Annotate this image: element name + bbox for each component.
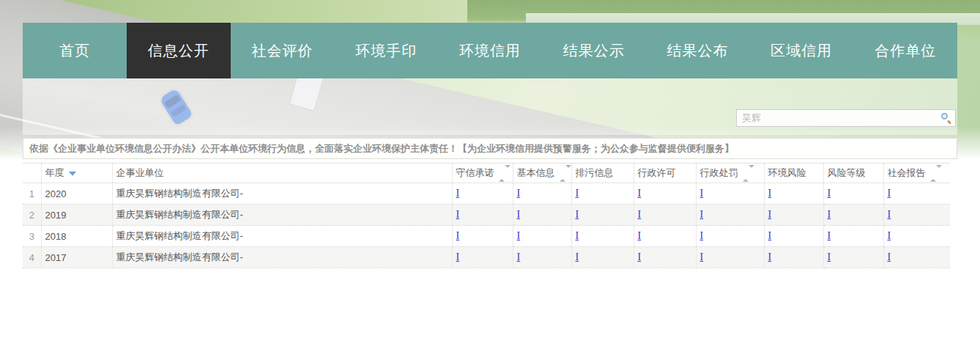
info-link[interactable]: I — [768, 251, 772, 262]
info-link[interactable]: I — [576, 251, 579, 262]
info-link[interactable]: I — [456, 209, 460, 220]
info-cell: I — [823, 226, 883, 247]
info-cell: I — [513, 247, 571, 268]
search-input[interactable] — [737, 111, 940, 125]
info-link[interactable]: I — [700, 188, 704, 199]
info-link[interactable]: I — [638, 230, 642, 241]
nav-item-4[interactable]: 环境信用 — [438, 23, 542, 78]
company-cell: 重庆昊辉钢结构制造有限公司- — [112, 205, 452, 226]
info-link[interactable]: I — [828, 230, 831, 241]
info-cell: I — [452, 226, 513, 247]
search-box — [736, 109, 956, 127]
info-link[interactable]: I — [888, 188, 891, 199]
company-cell: 重庆昊辉钢结构制造有限公司- — [112, 247, 452, 268]
company-cell: 重庆昊辉钢结构制造有限公司- — [112, 226, 452, 247]
info-link[interactable]: I — [828, 209, 831, 220]
info-cell: I — [696, 247, 764, 268]
column-header[interactable]: 行政处罚 — [696, 163, 764, 183]
notice-text: 依据《企业事业单位环境信息公开办法》公开本单位环境行为信息，全面落实企业环境保护… — [23, 138, 957, 159]
info-link[interactable]: I — [700, 230, 704, 241]
info-cell: I — [823, 183, 883, 205]
column-header: 行政许可 — [634, 163, 696, 183]
info-link[interactable]: I — [456, 251, 460, 262]
nav-item-6[interactable]: 结果公布 — [646, 23, 750, 78]
info-cell: I — [764, 226, 823, 247]
info-link[interactable]: I — [700, 209, 704, 220]
info-cell: I — [513, 226, 571, 247]
column-header[interactable]: 年度 — [41, 163, 112, 183]
info-link[interactable]: I — [638, 188, 642, 199]
info-link[interactable]: I — [888, 230, 891, 241]
info-link[interactable]: I — [576, 209, 579, 220]
info-cell: I — [634, 226, 696, 247]
sort-icon — [743, 168, 754, 179]
info-link[interactable]: I — [517, 251, 521, 262]
info-cell: I — [571, 226, 634, 247]
table-row: 32018重庆昊辉钢结构制造有限公司-IIIIIIII — [23, 226, 950, 247]
table-header-row: 年度企事业单位守信承诺基本信息排污信息行政许可行政处罚环境风险风险等级社会报告 — [23, 163, 950, 183]
info-cell: I — [571, 183, 634, 205]
info-cell: I — [634, 205, 696, 226]
info-link[interactable]: I — [517, 230, 521, 241]
column-header[interactable]: 守信承诺 — [452, 163, 513, 183]
column-header: 环境风险 — [764, 163, 823, 183]
info-cell: I — [764, 247, 823, 268]
nav-item-7[interactable]: 区域信用 — [749, 23, 853, 78]
info-link[interactable]: I — [517, 188, 521, 199]
column-header[interactable]: 基本信息 — [513, 163, 571, 183]
nav-item-1[interactable]: 信息公开 — [127, 23, 231, 78]
info-link[interactable]: I — [700, 251, 704, 262]
page-wrapper: 首页信息公开社会评价环境手印环境信用结果公示结果公布区域信用合作单位 依据《企业… — [23, 23, 957, 268]
info-cell: I — [452, 205, 513, 226]
table-body: 12020重庆昊辉钢结构制造有限公司-IIIIIIII22019重庆昊辉钢结构制… — [23, 183, 950, 268]
info-cell: I — [571, 205, 634, 226]
info-link[interactable]: I — [456, 230, 460, 241]
column-label: 行政处罚 — [700, 167, 738, 178]
company-cell: 重庆昊辉钢结构制造有限公司- — [112, 183, 452, 205]
nav-item-3[interactable]: 环境手印 — [334, 23, 438, 78]
year-cell: 2020 — [41, 183, 112, 205]
info-link[interactable]: I — [638, 209, 642, 220]
info-link[interactable]: I — [888, 209, 891, 220]
column-label: 社会报告 — [888, 167, 926, 178]
row-number: 3 — [23, 226, 41, 247]
column-label: 守信承诺 — [456, 167, 494, 178]
info-link[interactable]: I — [828, 188, 831, 199]
info-link[interactable]: I — [888, 251, 891, 262]
info-cell: I — [823, 247, 883, 268]
info-cell: I — [823, 205, 883, 226]
nav-item-0[interactable]: 首页 — [23, 23, 127, 78]
info-cell: I — [764, 183, 823, 205]
year-cell: 2017 — [41, 247, 112, 268]
column-header: 排污信息 — [571, 163, 634, 183]
main-nav: 首页信息公开社会评价环境手印环境信用结果公示结果公布区域信用合作单位 — [23, 23, 957, 78]
info-link[interactable]: I — [768, 230, 772, 241]
sort-icon — [560, 168, 571, 179]
info-link[interactable]: I — [576, 230, 579, 241]
info-link[interactable]: I — [768, 188, 772, 199]
nav-item-5[interactable]: 结果公示 — [542, 23, 646, 78]
nav-item-2[interactable]: 社会评价 — [231, 23, 335, 78]
info-cell: I — [634, 247, 696, 268]
info-link[interactable]: I — [456, 188, 460, 199]
info-cell: I — [452, 247, 513, 268]
magnifier-icon[interactable] — [940, 112, 952, 124]
info-link[interactable]: I — [517, 209, 521, 220]
info-cell: I — [883, 183, 950, 205]
info-link[interactable]: I — [768, 209, 772, 220]
year-cell: 2019 — [41, 205, 112, 226]
info-link[interactable]: I — [638, 251, 642, 262]
info-link[interactable]: I — [828, 251, 831, 262]
column-header: 企事业单位 — [112, 163, 452, 183]
column-label: 企事业单位 — [116, 167, 164, 178]
banner-strip — [23, 78, 957, 135]
column-label: 基本信息 — [517, 167, 555, 178]
column-label: 风险等级 — [828, 167, 866, 178]
sort-icon — [499, 168, 511, 179]
column-header[interactable]: 社会报告 — [883, 163, 950, 183]
info-link[interactable]: I — [576, 188, 579, 199]
nav-item-8[interactable]: 合作单位 — [853, 23, 957, 78]
records-table-wrap: 年度企事业单位守信承诺基本信息排污信息行政许可行政处罚环境风险风险等级社会报告 … — [23, 163, 950, 268]
sort-desc-icon — [69, 172, 76, 176]
column-label: 行政许可 — [638, 167, 676, 178]
